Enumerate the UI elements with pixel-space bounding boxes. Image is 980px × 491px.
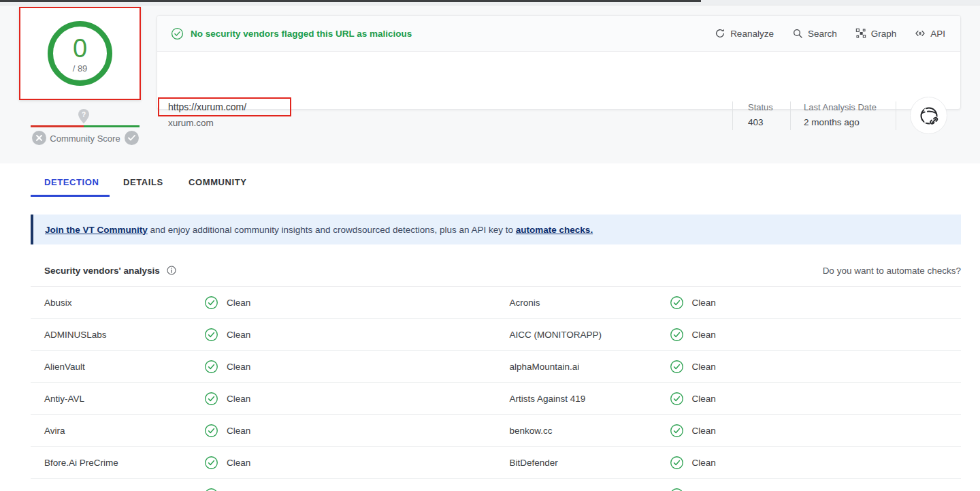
info-icon[interactable] [166,265,177,276]
clean-check-icon [670,488,684,491]
clean-check-icon [204,424,218,438]
tab-community[interactable]: COMMUNITY [189,177,247,187]
toolbar: Reanalyze Search [715,28,945,39]
verdict-message: No security vendors flagged this URL as … [191,29,412,39]
automate-checks-link[interactable]: automate checks. [516,225,593,235]
verdict-text: Clean [692,362,716,372]
analyzed-domain[interactable]: xurum.com [168,118,214,128]
vendor-name: Artists Against 419 [510,394,586,404]
tab-details[interactable]: DETAILS [123,177,163,187]
last-analysis-label: Last Analysis Date [804,102,877,112]
vendor-verdict: Clean [670,424,716,438]
graph-icon [855,28,866,39]
table-row: ADMINUSLabs Clean AICC (MONITORAPP) [31,319,961,351]
vendor-verdict: Clean [670,456,716,470]
header-card: No security vendors flagged this URL as … [157,15,961,110]
community-score-pin-icon: ? [78,108,90,124]
vendors-analysis-title: Security vendors' analysis [44,265,177,276]
vendor-verdict: Clean [204,456,250,470]
table-row: AlienVault Clean alphaMountain.ai [31,351,961,383]
vendor-cell: Acronis Clean [496,287,962,318]
vendor-verdict: Clean [204,360,250,374]
clean-check-icon [670,328,684,342]
vendor-cell: alphaMountain.ai Clean [496,351,962,382]
reanalyze-label: Reanalyze [730,29,774,39]
table-row [31,479,961,491]
api-icon [915,28,926,39]
api-button[interactable]: API [915,28,945,39]
vendor-cell: benkow.cc Clean [496,415,962,446]
vendor-name: Bfore.Ai PreCrime [44,458,118,468]
verdict-text: Clean [227,458,250,468]
vendor-verdict: Clean [204,424,250,438]
table-row: Antiy-AVL Clean Artists Against 419 [31,383,961,415]
top-progress-line [0,0,701,2]
verdict-text: Clean [227,362,250,372]
globe-link-icon [917,104,941,127]
separator [732,101,733,130]
vendor-verdict: Clean [670,296,716,310]
clean-check-icon [204,296,218,310]
vendor-cell: ADMINUSLabs Clean [31,319,496,350]
tab-detection[interactable]: DETECTION [44,177,99,187]
verdict-text: Clean [227,298,250,308]
virustotal-page: 0 / 89 ? Community Score No se [0,0,980,491]
vendor-name: alphaMountain.ai [510,362,580,372]
vendor-name: Acronis [510,298,540,308]
vendors-title-text: Security vendors' analysis [44,266,160,276]
header-body: https://xurum.com/ xurum.com Status 403 … [157,52,960,110]
status-label: Status [748,102,773,112]
vendor-verdict: Clean [204,328,250,342]
search-button[interactable]: Search [792,28,837,39]
vendor-cell: AICC (MONITORAPP) Clean [496,319,962,350]
separator [790,101,791,130]
verdict-text: Clean [692,298,716,308]
verdict-text: Clean [692,330,716,340]
score-total: / 89 [73,63,88,74]
svg-text:?: ? [82,111,86,118]
vendors-table: Abusix Clean Acronis [31,287,961,491]
vendor-verdict: Clean [204,392,250,406]
graph-label: Graph [871,29,897,39]
reanalyze-button[interactable]: Reanalyze [715,28,774,39]
vendor-cell: Abusix Clean [31,287,496,318]
clean-check-icon [670,392,684,406]
verdict-banner: No security vendors flagged this URL as … [157,16,960,52]
verdict-text: Clean [692,458,716,468]
vendor-verdict: Clean [670,360,716,374]
analyzed-url[interactable]: https://xurum.com/ [168,101,246,112]
vendor-cell: Antiy-AVL Clean [31,383,496,414]
join-banner-text: and enjoy additional community insights … [148,225,516,235]
vendor-name: ADMINUSLabs [44,330,107,340]
clean-check-icon [670,424,684,438]
graph-button[interactable]: Graph [855,28,897,39]
join-community-link[interactable]: Join the VT Community [45,225,148,235]
search-label: Search [808,29,837,39]
community-score-label: Community Score [31,131,140,146]
verdict-text: Clean [692,394,716,404]
score-value: 0 [73,35,87,61]
search-icon [792,28,803,39]
clean-check-icon [204,488,218,491]
verdict-text: Clean [692,426,716,436]
clean-check-icon [670,456,684,470]
vendor-cell: Avira Clean [31,415,496,446]
last-analysis-value: 2 months ago [804,117,860,127]
vendor-name: Antiy-AVL [44,394,84,404]
score-ring: 0 / 89 [48,21,112,86]
reanalyze-icon [715,28,725,39]
separator [896,101,896,130]
table-row: Avira Clean benkow.cc [31,415,961,447]
vendor-cell [31,479,496,491]
vendor-name: Abusix [44,298,72,308]
vendor-cell: AlienVault Clean [31,351,496,382]
url-globe-badge[interactable] [910,97,947,134]
api-label: API [930,29,945,39]
vendor-cell: BitDefender Clean [496,447,962,478]
detection-score-card: 0 / 89 [19,7,141,100]
clean-check-icon [204,328,218,342]
clean-check-icon [204,456,218,470]
verdict-text: Clean [227,426,250,436]
vendor-verdict: Clean [670,392,716,406]
vendor-verdict [670,488,692,491]
